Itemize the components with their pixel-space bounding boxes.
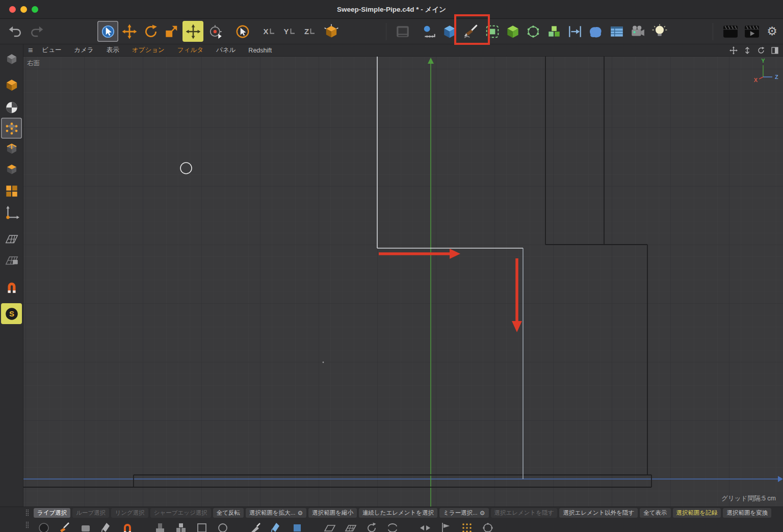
- mirror-tool-button[interactable]: [416, 519, 434, 532]
- mograph-button[interactable]: [543, 21, 564, 42]
- y-lock-button[interactable]: Y: [279, 21, 300, 42]
- view-dolly-button[interactable]: [742, 45, 752, 56]
- snap-button[interactable]: [1, 276, 22, 297]
- texture-mode-button[interactable]: [1, 97, 22, 118]
- bar-drag-handle[interactable]: [25, 509, 29, 517]
- box-icon: [195, 521, 208, 532]
- ring-select-button[interactable]: リング選択: [111, 508, 148, 518]
- loop-tool-button[interactable]: [384, 519, 401, 532]
- enable-axis-button[interactable]: [1, 203, 22, 224]
- snap-settings-button[interactable]: S: [1, 303, 22, 324]
- simulation-button[interactable]: [564, 21, 585, 42]
- grow-selection-button[interactable]: 選択範囲を拡大...⚙: [246, 508, 306, 518]
- array-tool-button[interactable]: [172, 519, 190, 532]
- deformer-button[interactable]: [523, 21, 543, 42]
- rotate-cw-icon: [365, 521, 378, 532]
- array-cubes-icon: [174, 521, 188, 532]
- snap-magnet-button[interactable]: [119, 519, 136, 532]
- menu-display[interactable]: 表示: [107, 46, 119, 55]
- point-mode-button[interactable]: [1, 118, 22, 139]
- hamburger-menu-button[interactable]: ≡: [28, 46, 33, 55]
- loop-select-button[interactable]: ループ選択: [72, 508, 109, 518]
- plane-grid-tool-button[interactable]: [342, 519, 359, 532]
- x-lock-button[interactable]: X: [258, 21, 279, 42]
- make-editable-button[interactable]: [1, 48, 22, 69]
- view-rotate-button[interactable]: [756, 45, 766, 56]
- move-tool-button[interactable]: [119, 21, 140, 42]
- paint-brush-tool-button[interactable]: [56, 519, 73, 532]
- measure-button[interactable]: [419, 21, 440, 42]
- box-tool-button[interactable]: [193, 519, 211, 532]
- viewport[interactable]: Y Z X 右面 グリッド間隔:5 cm: [23, 57, 783, 507]
- shrink-selection-button[interactable]: 選択範囲を縮小: [308, 508, 357, 518]
- selection-flyout-button[interactable]: [232, 21, 253, 42]
- menu-panel[interactable]: パネル: [216, 46, 236, 55]
- render-clapper-play-icon: [744, 24, 760, 39]
- menu-options[interactable]: オプション: [132, 46, 165, 55]
- menu-camera[interactable]: カメラ: [74, 46, 93, 55]
- plane-tool-button[interactable]: [321, 519, 338, 532]
- invert-all-button[interactable]: 全て反転: [213, 508, 244, 518]
- view-pan-button[interactable]: [728, 45, 739, 56]
- render-view-button[interactable]: [720, 21, 741, 42]
- polygon-mode-button[interactable]: [1, 158, 22, 179]
- points-grid-tool-button[interactable]: [458, 519, 476, 532]
- axis-bracket-icon: [269, 28, 275, 35]
- spline-pen-tool-button[interactable]: [268, 519, 285, 532]
- scene-manager-button[interactable]: [606, 21, 627, 42]
- live-selection-tool-button[interactable]: [97, 21, 118, 42]
- z-lock-button[interactable]: Z: [299, 21, 320, 42]
- sharp-edge-select-button[interactable]: シャープエッジ選択: [150, 508, 211, 518]
- workplane-button[interactable]: [1, 228, 22, 249]
- coordinate-system-button[interactable]: [321, 21, 342, 42]
- sphere-points-tool-button[interactable]: [479, 519, 497, 532]
- picture-viewer-button[interactable]: [392, 21, 413, 42]
- stamp-tool-button[interactable]: [151, 519, 169, 532]
- lock-workplane-button[interactable]: [1, 250, 22, 271]
- rotate-cw-tool-button[interactable]: [363, 519, 380, 532]
- toolbar-separator: [713, 23, 713, 40]
- uv-mode-button[interactable]: [1, 180, 22, 201]
- circle-tool-button[interactable]: [214, 519, 231, 532]
- render-to-picture-viewer-button[interactable]: [741, 21, 762, 42]
- gear-icon[interactable]: ⚙: [480, 510, 485, 517]
- place-tool-button[interactable]: [205, 21, 226, 42]
- circle-icon: [216, 521, 229, 532]
- menu-view[interactable]: ビュー: [42, 46, 61, 55]
- redo-button[interactable]: [25, 21, 46, 42]
- menu-redshift[interactable]: Redshift: [248, 47, 272, 54]
- eraser-tool-button[interactable]: [77, 519, 94, 532]
- gear-icon[interactable]: ⚙: [297, 510, 303, 517]
- record-selection-button[interactable]: 選択範囲を記録: [673, 508, 721, 518]
- knife-tool-button[interactable]: [247, 519, 264, 532]
- modeling-tool-bar: [0, 519, 783, 532]
- show-all-button[interactable]: 全て表示: [640, 508, 670, 518]
- magnet-icon: [121, 521, 134, 532]
- bar-drag-handle[interactable]: [25, 521, 29, 529]
- mirror-select-button[interactable]: ミラー選択...⚙: [439, 508, 488, 518]
- hide-selected-button[interactable]: 選択エレメントを隠す: [491, 508, 558, 518]
- menu-filter[interactable]: フィルタ: [177, 46, 203, 55]
- live-select-button[interactable]: ライブ選択: [34, 508, 70, 518]
- edge-mode-button[interactable]: [1, 138, 22, 159]
- polygon-pen-tool-button[interactable]: [289, 519, 306, 532]
- light-button[interactable]: [649, 21, 670, 42]
- undo-button[interactable]: [5, 21, 26, 42]
- hide-unselected-button[interactable]: 選択エレメント以外を隠す: [559, 508, 638, 518]
- camera-button[interactable]: [627, 21, 648, 42]
- rotate-tool-button[interactable]: [140, 21, 161, 42]
- stamp-icon: [153, 521, 167, 532]
- pen-tool-button[interactable]: [98, 519, 115, 532]
- view-toggle-button[interactable]: [770, 45, 780, 56]
- convert-selection-button[interactable]: 選択範囲を変換: [723, 508, 771, 518]
- active-tool-highlight-button[interactable]: [182, 21, 203, 42]
- edit-render-settings-button[interactable]: ⚙: [762, 21, 782, 42]
- volume-button[interactable]: [585, 21, 606, 42]
- model-mode-button[interactable]: [1, 74, 22, 95]
- viewport-canvas[interactable]: Y Z X: [23, 57, 783, 507]
- align-tool-button[interactable]: [437, 519, 455, 532]
- scale-tool-button[interactable]: [161, 21, 181, 42]
- sphere-tool-button[interactable]: [35, 519, 53, 532]
- generator-button[interactable]: [502, 21, 523, 42]
- select-connected-button[interactable]: 連続したエレメントを選択: [359, 508, 437, 518]
